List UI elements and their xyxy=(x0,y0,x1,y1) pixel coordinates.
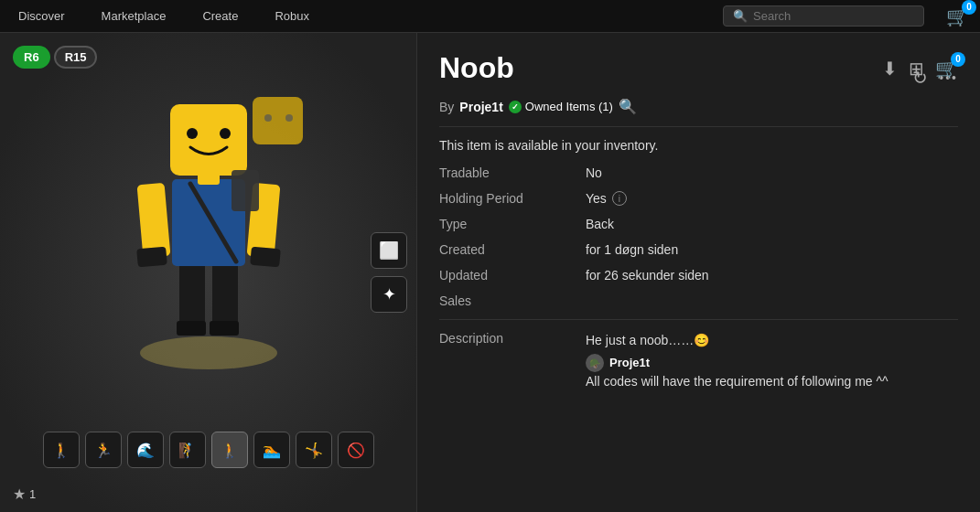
sales-label: Sales xyxy=(439,293,586,308)
download-icon[interactable]: ⬇ xyxy=(882,58,898,80)
svg-point-18 xyxy=(285,114,293,122)
header-secondary-actions: ↻ ••• xyxy=(439,67,958,89)
svg-point-0 xyxy=(140,336,277,369)
tradable-value: No xyxy=(586,165,958,180)
refresh-icon[interactable]: ↻ xyxy=(912,67,928,89)
by-line: By Proje1t Owned Items (1) 🔍 xyxy=(439,98,958,115)
description-content: He just a noob……😊 🪖 Proje1t All codes wi… xyxy=(586,331,958,391)
cart-count: 0 xyxy=(962,0,976,15)
owned-dot xyxy=(509,101,522,113)
svg-rect-2 xyxy=(212,261,238,325)
search-input[interactable] xyxy=(753,9,914,23)
description-section: Description He just a noob……😊 🪖 Proje1t … xyxy=(439,331,958,391)
description-text: He just a noob……😊 xyxy=(586,331,958,350)
anim-run-button[interactable]: 🏃 xyxy=(85,432,122,468)
svg-rect-11 xyxy=(170,104,247,176)
owned-badge[interactable]: Owned Items (1) xyxy=(509,100,613,113)
detail-grid: Tradable No Holding Period Yes i Type Ba… xyxy=(439,165,958,308)
svg-rect-3 xyxy=(177,321,206,336)
avatar-button[interactable]: ✦ xyxy=(371,276,407,313)
creator-avatar: 🪖 xyxy=(586,354,604,372)
header-cart: 🛒 0 xyxy=(935,58,958,80)
divider-1 xyxy=(439,126,958,127)
holding-period-info-icon[interactable]: i xyxy=(612,191,627,206)
anim-climb-button[interactable]: 🧗 xyxy=(169,432,206,468)
nav-discover[interactable]: Discover xyxy=(11,5,72,27)
anim-walk-button[interactable]: 🚶 xyxy=(43,432,80,468)
animation-bar: 🚶 🏃 🌊 🧗 🚶 🏊 🤸 🚫 xyxy=(43,432,374,468)
info-panel: Noob ⬇ ⊞ 🛒 0 ↻ ••• By Proje1t Owned Item… xyxy=(416,33,980,512)
owned-text: Owned Items (1) xyxy=(525,100,613,113)
owned-search-icon[interactable]: 🔍 xyxy=(619,98,637,115)
svg-rect-1 xyxy=(179,261,205,325)
main-content: R6 R15 ⬜ ✦ 🚶 🏃 🌊 🧗 🚶 🏊 🤸 🚫 ★ 1 Noo xyxy=(0,33,980,512)
header-cart-count: 0 xyxy=(951,52,965,67)
tradable-label: Tradable xyxy=(439,165,586,180)
star-count: 1 xyxy=(29,487,36,501)
character-svg xyxy=(90,42,328,389)
svg-rect-9 xyxy=(250,247,281,268)
created-label: Created xyxy=(439,242,586,257)
r6-badge[interactable]: R6 xyxy=(13,46,50,69)
anim-swim2-button[interactable]: 🏊 xyxy=(253,432,290,468)
viewer-panel: R6 R15 ⬜ ✦ 🚶 🏃 🌊 🧗 🚶 🏊 🤸 🚫 ★ 1 xyxy=(0,33,416,512)
nav-marketplace[interactable]: Marketplace xyxy=(94,5,174,27)
search-icon: 🔍 xyxy=(733,9,748,23)
description-label: Description xyxy=(439,331,586,388)
right-controls: ⬜ ✦ xyxy=(371,232,407,313)
rig-badges: R6 R15 xyxy=(13,46,97,69)
cart-container: 🛒 0 xyxy=(946,5,969,27)
type-value: Back xyxy=(586,217,958,231)
search-bar[interactable]: 🔍 xyxy=(723,5,924,27)
sales-value xyxy=(586,293,958,308)
svg-point-13 xyxy=(220,128,231,139)
by-label: By xyxy=(439,100,454,114)
star-rating: ★ 1 xyxy=(13,485,36,503)
star-icon[interactable]: ★ xyxy=(13,485,26,503)
description-creator-line: 🪖 Proje1t xyxy=(586,354,958,372)
creator-link[interactable]: Proje1t xyxy=(459,100,502,114)
svg-rect-16 xyxy=(253,97,303,144)
svg-rect-6 xyxy=(136,183,170,258)
toggle-item-button[interactable]: ⬜ xyxy=(371,232,407,269)
svg-rect-15 xyxy=(232,170,259,211)
svg-rect-8 xyxy=(136,247,167,268)
nav-create[interactable]: Create xyxy=(195,5,245,27)
created-value: for 1 døgn siden xyxy=(586,242,958,257)
nav-robux[interactable]: Robux xyxy=(267,5,317,27)
anim-fall-button[interactable]: 🤸 xyxy=(296,432,332,468)
svg-rect-4 xyxy=(210,321,239,336)
updated-value: for 26 sekunder siden xyxy=(586,268,958,283)
holding-period-value: Yes i xyxy=(586,191,958,206)
divider-2 xyxy=(439,319,958,320)
anim-idle-button[interactable]: 🚶 xyxy=(211,432,248,468)
description-follow-text: All codes will have the requirement of f… xyxy=(586,372,958,391)
anim-swim-button[interactable]: 🌊 xyxy=(127,432,164,468)
navbar: Discover Marketplace Create Robux 🔍 🛒 0 xyxy=(0,0,980,33)
description-creator-name: Proje1t xyxy=(609,354,650,372)
updated-label: Updated xyxy=(439,268,586,283)
availability-text: This item is available in your inventory… xyxy=(439,138,958,153)
svg-point-17 xyxy=(264,114,272,122)
svg-point-12 xyxy=(187,128,198,139)
holding-period-label: Holding Period xyxy=(439,191,586,206)
item-title: Noob xyxy=(439,51,514,85)
r15-badge[interactable]: R15 xyxy=(54,46,98,69)
type-label: Type xyxy=(439,217,586,231)
anim-no-button[interactable]: 🚫 xyxy=(338,432,374,468)
